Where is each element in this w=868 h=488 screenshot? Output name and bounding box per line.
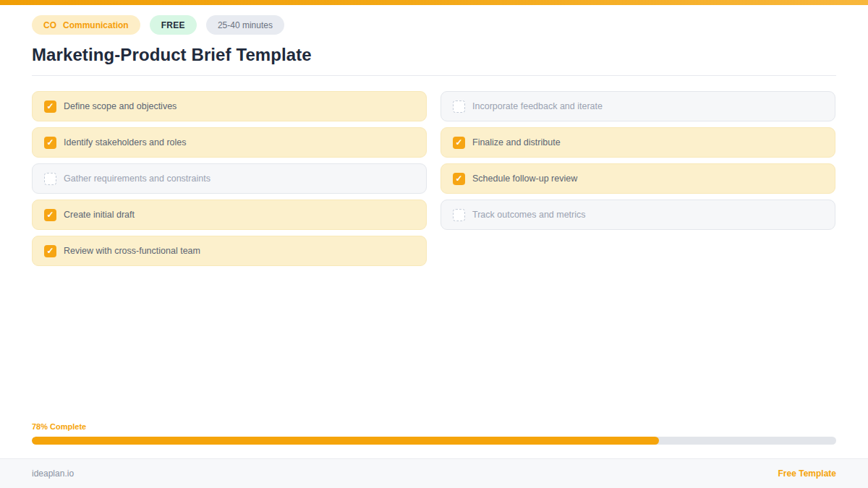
progress-bar-fill	[32, 437, 659, 445]
checklist-item-label: Finalize and distribute	[472, 137, 561, 147]
page-title: Marketing-Product Brief Template	[32, 45, 312, 65]
checklist: ✓Define scope and objectives✓Identify st…	[32, 91, 835, 266]
checkbox-unchecked-icon[interactable]	[44, 173, 56, 185]
checklist-column-left: ✓Define scope and objectives✓Identify st…	[32, 91, 427, 266]
checklist-column-right: Incorporate feedback and iterate✓Finaliz…	[441, 91, 835, 266]
checklist-item[interactable]: ✓Review with cross-functional team	[32, 236, 427, 266]
checklist-item-label: Define scope and objectives	[64, 101, 176, 111]
badge-row: CO Communication FREE 25-40 minutes	[32, 15, 284, 35]
checkbox-checked-icon[interactable]: ✓	[453, 137, 465, 149]
checklist-item[interactable]: Gather requirements and constraints	[32, 163, 427, 194]
duration-badge: 25-40 minutes	[206, 15, 284, 35]
title-divider	[32, 75, 836, 76]
checklist-item-label: Incorporate feedback and iterate	[472, 101, 603, 111]
progress-label: 78% Complete	[32, 422, 86, 431]
checklist-item-label: Gather requirements and constraints	[64, 174, 210, 184]
category-badge-prefix: CO	[43, 20, 56, 30]
checklist-item-label: Create initial draft	[64, 210, 135, 220]
checkbox-unchecked-icon[interactable]	[453, 209, 465, 221]
checklist-item[interactable]: ✓Create initial draft	[32, 200, 427, 230]
checklist-item-label: Review with cross-functional team	[64, 246, 200, 256]
checkbox-checked-icon[interactable]: ✓	[44, 100, 56, 113]
checkbox-checked-icon[interactable]: ✓	[44, 245, 56, 257]
category-badge-label: Communication	[63, 20, 129, 30]
progress-bar	[32, 437, 836, 445]
checkbox-unchecked-icon[interactable]	[453, 100, 465, 113]
checklist-item-label: Track outcomes and metrics	[472, 210, 586, 220]
checklist-item[interactable]: ✓Identify stakeholders and roles	[32, 127, 427, 158]
footer-site-label: ideaplan.io	[32, 468, 74, 479]
footer-free-template-label[interactable]: Free Template	[778, 468, 836, 479]
checklist-item[interactable]: Track outcomes and metrics	[441, 200, 835, 230]
checklist-item-label: Schedule follow-up review	[472, 174, 577, 184]
checkbox-checked-icon[interactable]: ✓	[44, 209, 56, 221]
checklist-item[interactable]: ✓Schedule follow-up review	[441, 163, 835, 194]
checklist-item-label: Identify stakeholders and roles	[64, 137, 187, 147]
category-badge: CO Communication	[32, 15, 140, 35]
free-badge: FREE	[150, 15, 197, 35]
checklist-item[interactable]: ✓Finalize and distribute	[441, 127, 835, 158]
top-accent-bar	[0, 0, 868, 5]
checkbox-checked-icon[interactable]: ✓	[44, 137, 56, 149]
footer: ideaplan.io Free Template	[0, 458, 868, 488]
checklist-item[interactable]: Incorporate feedback and iterate	[441, 91, 835, 121]
checklist-item[interactable]: ✓Define scope and objectives	[32, 91, 427, 121]
checkbox-checked-icon[interactable]: ✓	[453, 173, 465, 185]
